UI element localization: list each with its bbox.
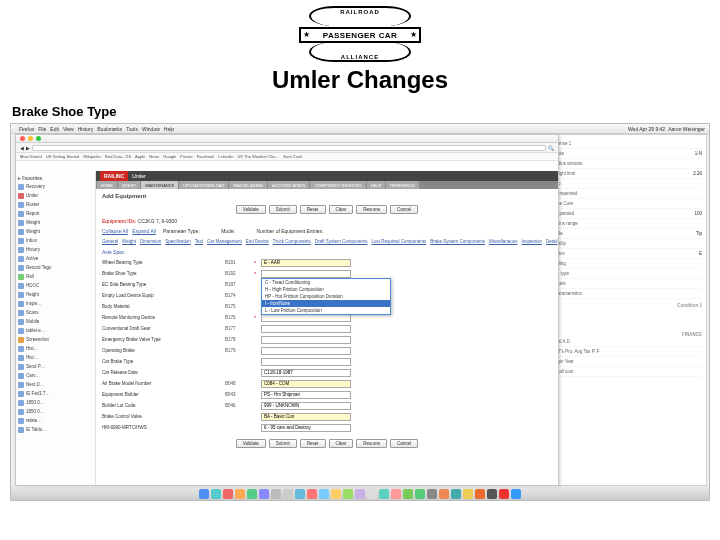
sidebar-item[interactable]: Next D… <box>18 380 93 389</box>
dropdown-option[interactable]: I - Iron/None <box>262 300 390 307</box>
sidebar-item[interactable]: Weight <box>18 227 93 236</box>
sidebar-item[interactable]: Active <box>18 254 93 263</box>
maximize-icon[interactable] <box>36 136 41 141</box>
dock-app-icon[interactable] <box>307 489 317 499</box>
sidebar-item[interactable]: HDOC <box>18 281 93 290</box>
forward-icon[interactable]: ▶ <box>26 145 30 151</box>
sidebar-item[interactable]: Rail <box>18 272 93 281</box>
bookmark-item[interactable]: Apple <box>135 154 145 159</box>
bookmark-item[interactable]: Find Data - DS <box>105 154 131 159</box>
app-tab[interactable]: QUERY <box>118 181 140 189</box>
bookmark-item[interactable]: LinkedIn <box>218 154 233 159</box>
app-tab[interactable]: COMPONENT REGISTRY <box>310 181 365 189</box>
resume-button[interactable]: Resume <box>356 205 387 214</box>
dock-app-icon[interactable] <box>487 489 497 499</box>
reset-button[interactable]: Reset <box>300 439 326 448</box>
section-link[interactable]: Weight <box>122 239 136 244</box>
app-tab[interactable]: RAILINC ADMIN <box>229 181 267 189</box>
bookmark-item[interactable]: Facebook <box>197 154 215 159</box>
field-input[interactable] <box>261 369 351 377</box>
sidebar-item[interactable]: Report <box>18 209 93 218</box>
dock-app-icon[interactable] <box>283 489 293 499</box>
sidebar-item[interactable]: Height <box>18 290 93 299</box>
sidebar-item[interactable]: Mobile <box>18 317 93 326</box>
bookmark-item[interactable]: US Getting Started <box>46 154 80 159</box>
minimize-icon[interactable] <box>28 136 33 141</box>
bookmark-item[interactable]: Earn Cash <box>284 154 303 159</box>
menu-item[interactable]: Edit <box>50 126 59 132</box>
app-tab[interactable]: ACCOUNT ADMIN <box>268 181 309 189</box>
section-link[interactable]: Detail <box>546 239 558 244</box>
submit-button[interactable]: Submit <box>269 205 297 214</box>
close-icon[interactable] <box>20 136 25 141</box>
field-input[interactable] <box>261 402 351 410</box>
submit-button[interactable]: Submit <box>269 439 297 448</box>
sidebar-item[interactable]: Cars… <box>18 371 93 380</box>
bookmark-item[interactable]: Private <box>180 154 192 159</box>
sidebar-item[interactable]: Recovery <box>18 182 93 191</box>
bookmark-item[interactable]: News <box>149 154 159 159</box>
sidebar-item[interactable]: 1850.0… <box>18 398 93 407</box>
bookmark-item[interactable]: Most Visited <box>20 154 42 159</box>
dock-app-icon[interactable] <box>451 489 461 499</box>
menu-item[interactable]: Help <box>164 126 174 132</box>
app-tab[interactable]: UPLOAD/DOWNLOAD <box>179 181 228 189</box>
menu-item[interactable]: Tools <box>126 126 138 132</box>
dock-app-icon[interactable] <box>199 489 209 499</box>
sidebar-item[interactable]: Inspe… <box>18 299 93 308</box>
clear-button[interactable]: Clear <box>329 439 354 448</box>
dock-app-icon[interactable] <box>295 489 305 499</box>
sidebar-item[interactable]: Hist… <box>18 344 93 353</box>
dock-app-icon[interactable] <box>367 489 377 499</box>
section-link[interactable]: Draft System Components <box>315 239 368 244</box>
section-link[interactable]: Dimension <box>140 239 161 244</box>
field-input[interactable] <box>261 424 351 432</box>
menu-item[interactable]: Bookmarks <box>97 126 122 132</box>
dock-app-icon[interactable] <box>271 489 281 499</box>
reset-button[interactable]: Reset <box>300 205 326 214</box>
field-input[interactable] <box>261 259 351 267</box>
search-icon[interactable]: 🔍 <box>548 145 554 151</box>
dock-app-icon[interactable] <box>379 489 389 499</box>
back-icon[interactable]: ◀ <box>20 145 24 151</box>
dock-app-icon[interactable] <box>439 489 449 499</box>
dock-app-icon[interactable] <box>319 489 329 499</box>
dropdown-option[interactable]: HP - Hot Friction Composition Duration <box>262 293 390 300</box>
section-link[interactable]: Car Management <box>207 239 242 244</box>
sidebar-item[interactable]: Screenshot <box>18 335 93 344</box>
menu-item[interactable]: File <box>38 126 46 132</box>
dock-app-icon[interactable] <box>331 489 341 499</box>
section-link[interactable]: Inspection <box>522 239 543 244</box>
section-link[interactable]: General <box>102 239 118 244</box>
field-input[interactable] <box>261 347 351 355</box>
sidebar-item[interactable]: Inbox <box>18 236 93 245</box>
sidebar-item[interactable]: Record Tags <box>18 263 93 272</box>
dock-app-icon[interactable] <box>355 489 365 499</box>
sidebar-item[interactable]: Weight <box>18 218 93 227</box>
expand-all-link[interactable]: Expand All <box>132 228 156 234</box>
clear-button[interactable]: Clear <box>329 205 354 214</box>
field-input[interactable] <box>261 314 351 322</box>
dock-app-icon[interactable] <box>403 489 413 499</box>
dock-app-icon[interactable] <box>223 489 233 499</box>
field-input[interactable] <box>261 358 351 366</box>
validate-button[interactable]: Validate <box>236 205 266 214</box>
dock-app-icon[interactable] <box>475 489 485 499</box>
dock-app-icon[interactable] <box>511 489 521 499</box>
menu-item[interactable]: Window <box>142 126 160 132</box>
menu-item[interactable]: Firefox <box>19 126 34 132</box>
app-tab[interactable]: HOME <box>97 181 117 189</box>
menu-item[interactable]: History <box>78 126 94 132</box>
dropdown-option[interactable]: H - High Friction Composition <box>262 286 390 293</box>
sidebar-item[interactable]: 1850.0… <box>18 407 93 416</box>
sidebar-item[interactable]: Scans <box>18 308 93 317</box>
field-input[interactable] <box>261 325 351 333</box>
sidebar-item[interactable]: Hist… <box>18 353 93 362</box>
field-input[interactable] <box>261 391 351 399</box>
sidebar-item[interactable]: relate… <box>18 416 93 425</box>
app-tab[interactable]: HELP <box>367 181 385 189</box>
menu-item[interactable]: View <box>63 126 74 132</box>
section-link[interactable]: Truck Components <box>273 239 311 244</box>
app-tab[interactable]: REFERENCE <box>386 181 419 189</box>
bookmark-item[interactable]: Wikipedia <box>83 154 100 159</box>
